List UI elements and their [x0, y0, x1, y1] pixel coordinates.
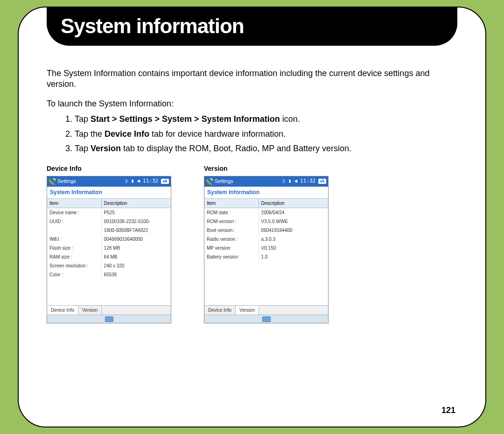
- tabs-row-left: Device Info Version: [47, 305, 171, 315]
- titlebar-left: Settings ▯ ▮ ◀ 11:32 ok: [47, 176, 171, 187]
- keyboard-icon: [105, 316, 113, 322]
- step-2-bold: Device Info: [105, 129, 149, 139]
- cell-desc: V0.150: [259, 244, 328, 252]
- ok-button: ok: [161, 179, 169, 184]
- cell-item: Radio version :: [204, 235, 259, 244]
- caption-version: Version: [204, 164, 329, 173]
- grid-body-left: Device name :P525UUID :00100106-2232-510…: [47, 208, 171, 305]
- grid-header-left: Item Description: [47, 199, 171, 208]
- device-screen-left: Settings ▯ ▮ ◀ 11:32 ok System Informati…: [47, 176, 171, 324]
- titlebar-label: Settings: [215, 178, 233, 184]
- table-row: Battery version:1.0: [204, 252, 328, 261]
- table-row: MP version:V0.150: [204, 244, 328, 252]
- table-row: Flash size :128 MB: [47, 244, 171, 252]
- step-1: Tap Start > Settings > System > System I…: [75, 114, 457, 125]
- cell-desc: 00100106-2232-5100-: [102, 217, 171, 226]
- cell-item: ROM date :: [204, 208, 259, 217]
- screen-header-right: System Information: [204, 187, 328, 199]
- page-number: 121: [441, 406, 455, 415]
- cell-desc: 240 x 320: [102, 261, 171, 270]
- cell-desc: 64 MB: [102, 252, 171, 261]
- step-1-rest: icon.: [280, 114, 300, 124]
- table-row: ROM date :2006/04/24: [204, 208, 328, 217]
- signal-icon: ▯ ▮: [282, 178, 292, 184]
- page-title: System information: [61, 14, 244, 38]
- cell-desc: 1.0: [259, 252, 328, 261]
- status-icons: ▯ ▮ ◀ 11:32 ok: [125, 178, 169, 184]
- tab-version: Version: [236, 306, 259, 315]
- cell-desc: 65536: [102, 270, 171, 279]
- screenshot-version: Version Settings ▯ ▮ ◀ 11:32 ok System I…: [204, 164, 329, 323]
- keyboard-icon: [262, 316, 271, 322]
- screenshot-device-info: Device Info Settings ▯ ▮ ◀ 11:32 ok Syst…: [47, 164, 171, 323]
- step-1-path: Start > Settings > System > System Infor…: [91, 114, 280, 124]
- ok-button: ok: [318, 179, 326, 184]
- cell-item: [47, 226, 102, 235]
- cell-item: Boot version :: [204, 226, 259, 235]
- screenshots-row: Device Info Settings ▯ ▮ ◀ 11:32 ok Syst…: [47, 164, 457, 323]
- step-2: Tap the Device Info tab for device hardw…: [75, 129, 457, 140]
- cell-desc: V3.5.0 WWE: [259, 217, 328, 226]
- step-2-post: tab for device hardware information.: [149, 129, 286, 139]
- status-time: 11:32: [300, 178, 315, 184]
- titlebar-label: Settings: [57, 178, 76, 184]
- cell-desc: a.3.0.3: [259, 235, 328, 244]
- cell-item: Device name :: [47, 208, 102, 217]
- cell-desc: 128 MB: [102, 244, 171, 252]
- table-row: UUID :00100106-2232-5100-: [47, 217, 171, 226]
- cell-desc: 004999010640000: [102, 235, 171, 244]
- step-3-post: tab to display the ROM, Boot, Radio, MP …: [121, 144, 351, 153]
- table-row: ROM version :V3.5.0 WWE: [204, 217, 328, 226]
- speaker-icon: ◀: [294, 178, 297, 184]
- table-row: Radio version :a.3.0.3: [204, 235, 328, 244]
- cell-item: Color :: [47, 270, 102, 279]
- sip-bar-right: [204, 315, 328, 323]
- col-item-header: Item: [204, 199, 259, 208]
- col-item-header: Item: [47, 199, 102, 208]
- page-frame: System information The System Informatio…: [18, 7, 486, 427]
- cell-desc: 060419184400: [259, 226, 328, 235]
- status-icons: ▯ ▮ ◀ 11:32 ok: [282, 178, 326, 184]
- col-desc-header: Description: [259, 199, 328, 208]
- tab-version: Version: [78, 306, 102, 315]
- grid-body-right: ROM date :2006/04/24ROM version :V3.5.0 …: [204, 208, 328, 305]
- cell-item: Battery version:: [204, 252, 259, 261]
- tab-device-info: Device Info: [47, 306, 78, 315]
- cell-desc: 2006/04/24: [259, 208, 328, 217]
- cell-item: Flash size :: [47, 244, 102, 252]
- screen-header-left: System Information: [47, 187, 171, 199]
- cell-item: UUID :: [47, 217, 102, 226]
- content-area: The System Information contains importan…: [47, 68, 457, 323]
- table-row: 1800-0050BF7A6822: [47, 226, 171, 235]
- table-row: RAM size :64 MB: [47, 252, 171, 261]
- cell-item: MP version:: [204, 244, 259, 252]
- speaker-icon: ◀: [137, 178, 140, 184]
- cell-desc: P525: [102, 208, 171, 217]
- table-row: IMEI :004999010640000: [47, 235, 171, 244]
- col-desc-header: Description: [102, 199, 171, 208]
- table-row: Color :65536: [47, 270, 171, 279]
- grid-header-right: Item Description: [204, 199, 328, 208]
- tab-device-info: Device Info: [204, 306, 236, 315]
- step-3-pre: Tap: [75, 144, 91, 153]
- cell-desc: 1800-0050BF7A6822: [102, 226, 171, 235]
- cell-item: ROM version :: [204, 217, 259, 226]
- status-time: 11:32: [143, 178, 158, 184]
- table-row: Device name :P525: [47, 208, 171, 217]
- step-3: Tap Version tab to display the ROM, Boot…: [75, 143, 457, 154]
- step-3-bold: Version: [91, 144, 121, 153]
- titlebar-right: Settings ▯ ▮ ◀ 11:32 ok: [204, 176, 328, 187]
- title-tab: System information: [47, 7, 457, 46]
- cell-item: Screen resolution :: [47, 261, 102, 270]
- steps-list: Tap Start > Settings > System > System I…: [75, 114, 457, 154]
- cell-item: IMEI :: [47, 235, 102, 244]
- caption-device-info: Device Info: [47, 164, 171, 173]
- table-row: Boot version :060419184400: [204, 226, 328, 235]
- step-1-pre: Tap: [75, 114, 91, 124]
- launch-label: To launch the System Information:: [47, 98, 457, 109]
- start-icon: [49, 178, 56, 185]
- step-2-pre: Tap the: [75, 129, 105, 139]
- signal-icon: ▯ ▮: [125, 178, 134, 184]
- start-icon: [206, 178, 213, 185]
- cell-item: RAM size :: [47, 252, 102, 261]
